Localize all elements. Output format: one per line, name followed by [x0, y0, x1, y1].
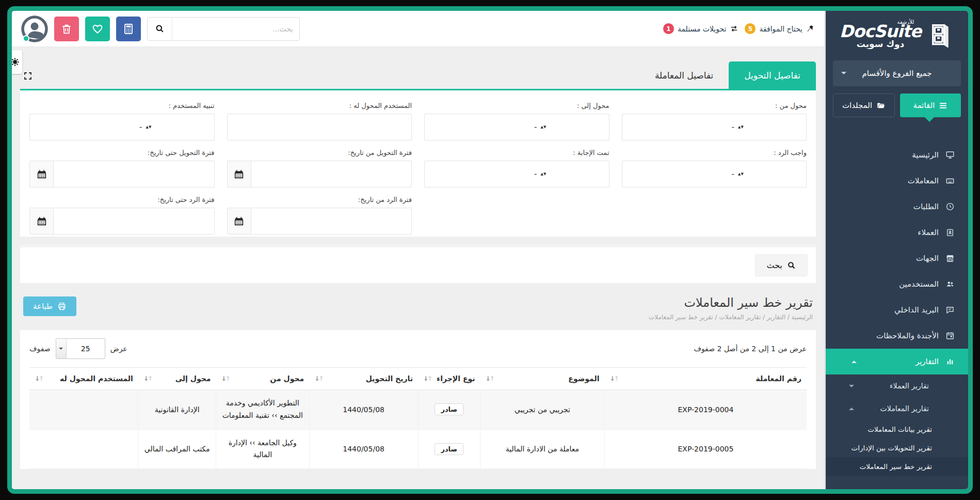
filter-tabs: تفاصيل التحويل تفاصيل المعاملة — [20, 61, 816, 90]
needs-approval-badge: 5 — [745, 23, 756, 34]
filter-footer: بحث — [20, 245, 816, 283]
reply-required-select[interactable]: -▲▼ — [622, 161, 807, 187]
cell-transferred-from: التطوير الأكاديمي وخدمة المجتمع ›› تقنية… — [216, 390, 309, 430]
cell-subject: معاملة من الادارة المالية — [480, 429, 604, 469]
user-avatar[interactable] — [21, 15, 48, 42]
received-transfers-notification[interactable]: تحويلات مستلمة 1 — [663, 23, 739, 34]
header-label: الموضوع — [568, 374, 599, 383]
branch-selector[interactable]: جميع الفروع والأقسام — [833, 60, 961, 86]
search-input[interactable] — [172, 18, 299, 40]
bar-chart-icon — [945, 357, 955, 366]
settings-flap[interactable] — [7, 50, 22, 74]
sidebar-item-interdept-transfers-report[interactable]: تقرير التحويلات بين الإدارات — [826, 439, 968, 457]
user-alert-select[interactable]: -▲▼ — [29, 114, 215, 140]
calendar-addon[interactable] — [228, 208, 251, 234]
header-assigned-user[interactable]: المستخدم المحول له↓↑ — [29, 368, 138, 390]
calendar-icon — [233, 215, 245, 227]
table-row[interactable]: EXP-2019-0005 معاملة من الادارة المالية … — [29, 429, 807, 469]
table-header-row: رقم المعاملة↓↑ الموضوع↓↑ نوع الإجراء↓↑ ت… — [29, 368, 807, 390]
report-table-card: عرض من 1 إلى 2 من أصل 2 صفوف عرض 25 صفوف — [20, 330, 816, 469]
sidebar-item-label: الجهات — [916, 254, 939, 263]
print-button[interactable]: طباعة — [23, 296, 76, 316]
calendar-addon[interactable] — [30, 208, 54, 234]
chevron-down-icon — [841, 72, 846, 77]
field-label: تمت الإجابة : — [424, 149, 609, 157]
sidebar-item-agenda[interactable]: الأجندة والملاحظات — [826, 323, 968, 349]
branch-selector-label: جميع الفروع والأقسام — [862, 69, 931, 78]
calendar-addon[interactable] — [30, 161, 54, 187]
top-bar: يحتاج الموافقة 5 تحويلات مستلمة 1 — [12, 11, 824, 47]
users-icon — [945, 279, 955, 289]
page-title: تقرير خط سير المعاملات — [649, 295, 813, 310]
menu-button[interactable]: القائمة — [900, 93, 961, 117]
chevron-up-icon — [849, 408, 854, 410]
tab-transfer-details[interactable]: تفاصيل التحويل — [729, 61, 816, 89]
cell-transaction-number: EXP-2019-0005 — [604, 429, 807, 469]
clock-icon — [945, 202, 955, 211]
sidebar-item-transaction-reports[interactable]: تقارير المعاملات — [826, 397, 968, 420]
fullscreen-icon[interactable] — [23, 71, 33, 81]
sidebar-item-requests[interactable]: الطلبات — [826, 194, 968, 220]
page-size-value: 25 — [67, 339, 105, 358]
header-subject[interactable]: الموضوع↓↑ — [480, 368, 604, 390]
sidebar-item-label: التقارير — [915, 357, 939, 366]
search-icon-segment[interactable] — [148, 18, 172, 40]
sidebar-item-users[interactable]: المستخدمين — [826, 271, 968, 297]
assigned-user-input[interactable] — [227, 114, 412, 140]
header-transferred-from[interactable]: محول من↓↑ — [216, 368, 309, 390]
app-frame: للأرشفة DocSuite دوك سويت جميع الفروع وا… — [7, 6, 973, 494]
print-button-label: طباعة — [33, 302, 53, 311]
folder-icon — [876, 101, 886, 110]
field-label: محول إلى : — [424, 102, 609, 110]
reply-date-to-input[interactable] — [54, 208, 214, 234]
favorites-button[interactable] — [85, 17, 110, 41]
header-transferred-to[interactable]: محول إلى↓↑ — [138, 368, 216, 390]
sidebar-item-entities[interactable]: الجهات — [826, 245, 968, 271]
tab-transaction-details[interactable]: تفاصيل المعاملة — [639, 61, 729, 89]
field-label: المستخدم المحول له : — [227, 102, 412, 110]
header-label: محول من — [270, 374, 304, 383]
header-action-type[interactable]: نوع الإجراء↓↑ — [418, 368, 480, 390]
header-label: رقم المعاملة — [756, 374, 801, 383]
sidebar-item-client-reports[interactable]: تقارير العملاء — [826, 374, 968, 397]
table-row[interactable]: EXP-2019-0004 تجريبي من تجريبي صادر 1440… — [29, 390, 807, 430]
answered-select[interactable]: -▲▼ — [424, 161, 609, 187]
cell-transaction-number: EXP-2019-0004 — [604, 390, 807, 430]
sidebar-item-transaction-data-report[interactable]: تقرير بيانات المعاملات — [826, 420, 968, 439]
field-label: واجب الرد : — [622, 149, 807, 157]
calendar-addon[interactable] — [228, 161, 251, 187]
transferred-from-select[interactable]: -▲▼ — [622, 114, 807, 140]
sidebar-item-label: الأجندة والملاحظات — [876, 331, 939, 340]
transfer-date-to-input[interactable] — [54, 161, 214, 187]
chevron-down-icon — [56, 339, 67, 358]
calendar-icon — [36, 215, 47, 227]
search-submit-button[interactable]: بحث — [755, 254, 808, 276]
cell-subject: تجريبي من تجريبي — [480, 390, 604, 430]
sort-icon: ↓↑ — [143, 375, 152, 382]
status-badge: صادر — [435, 443, 463, 455]
menu-button-label: القائمة — [913, 101, 935, 110]
transfer-date-from-input[interactable] — [251, 161, 412, 187]
sidebar-nav: الرئيسية المعاملات الطلبات العملاء الجها… — [826, 142, 968, 374]
header-label: محول إلى — [175, 374, 211, 383]
sidebar-item-home[interactable]: الرئيسية — [826, 142, 968, 168]
sidebar-item-internal-mail[interactable]: البريد الداخلي — [826, 297, 968, 323]
calculator-button[interactable] — [116, 17, 141, 41]
header-transaction-number[interactable]: رقم المعاملة↓↑ — [604, 368, 807, 390]
global-search — [147, 17, 300, 41]
reply-date-from-input[interactable] — [251, 208, 412, 234]
needs-approval-notification[interactable]: يحتاج الموافقة 5 — [745, 23, 815, 34]
sidebar-item-reports[interactable]: التقارير — [826, 349, 968, 374]
header-transfer-date[interactable]: تاريخ التحويل↓↑ — [309, 368, 418, 390]
sidebar-item-clients[interactable]: العملاء — [826, 220, 968, 245]
sidebar-subitem-label: تقارير المعاملات — [880, 404, 929, 413]
folders-button[interactable]: المجلدات — [833, 93, 895, 117]
transferred-to-select[interactable]: -▲▼ — [424, 114, 609, 140]
search-submit-label: بحث — [767, 260, 783, 270]
sidebar-item-transactions[interactable]: المعاملات — [826, 168, 968, 194]
trash-button[interactable] — [54, 17, 79, 41]
page-content: تفاصيل التحويل تفاصيل المعاملة محول من :… — [12, 47, 824, 489]
received-transfers-label: تحويلات مستلمة — [678, 25, 727, 33]
sidebar-item-workflow-report[interactable]: تقرير خط سير المعاملات — [826, 457, 968, 476]
page-size-select[interactable]: 25 — [56, 338, 105, 359]
